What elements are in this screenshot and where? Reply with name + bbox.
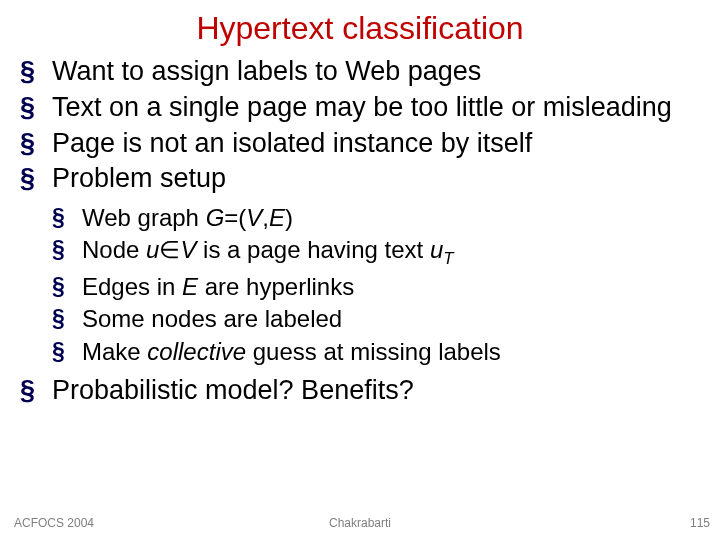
list-item: Probabilistic model? Benefits? (20, 374, 690, 408)
main-bullet-list: Want to assign labels to Web pages Text … (20, 55, 690, 408)
slide-title: Hypertext classification (0, 0, 720, 55)
slide-content: Want to assign labels to Web pages Text … (0, 55, 720, 408)
sub-bullet-list: Web graph G=(V,E) Node u∈V is a page hav… (52, 202, 690, 368)
list-item: Problem setup Web graph G=(V,E) Node u∈V… (20, 162, 690, 368)
footer-page-number: 115 (690, 516, 710, 530)
list-item: Web graph G=(V,E) (52, 202, 690, 234)
list-item: Edges in E are hyperlinks (52, 271, 690, 303)
footer-center: Chakrabarti (0, 516, 720, 530)
list-item: Node u∈V is a page having text uT (52, 234, 690, 270)
list-item: Text on a single page may be too little … (20, 91, 690, 125)
list-item: Make collective guess at missing labels (52, 336, 690, 368)
list-item: Page is not an isolated instance by itse… (20, 127, 690, 161)
list-item-label: Problem setup (52, 163, 226, 193)
list-item: Some nodes are labeled (52, 303, 690, 335)
list-item: Want to assign labels to Web pages (20, 55, 690, 89)
